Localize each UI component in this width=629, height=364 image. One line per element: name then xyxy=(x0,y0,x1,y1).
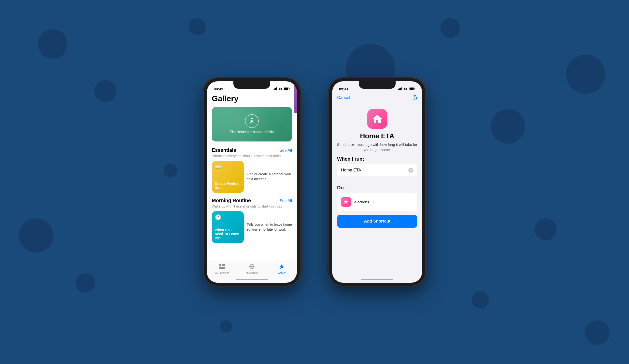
svg-rect-19 xyxy=(415,88,415,89)
svg-rect-10 xyxy=(219,267,222,269)
signal-icon-2 xyxy=(398,87,402,90)
svg-rect-5 xyxy=(289,88,290,89)
clear-button[interactable]: ✕ xyxy=(408,168,413,173)
svg-rect-11 xyxy=(222,267,225,269)
create-meeting-note-card[interactable]: ⌨️ Create Meeting Note xyxy=(212,161,244,193)
actions-card[interactable]: 4 actions › xyxy=(337,193,417,211)
shortcut-hero: Home ETA Send a text message with how lo… xyxy=(332,104,422,156)
actions-icon xyxy=(341,197,351,207)
card-desc-leave: Tells you when to leave home so you're n… xyxy=(247,222,292,232)
phone-detail: 09:41 xyxy=(329,78,425,286)
automation-icon xyxy=(249,264,255,271)
notch-2 xyxy=(359,81,396,89)
tab-automation[interactable]: Automation xyxy=(237,264,267,274)
wifi-icon xyxy=(278,87,282,90)
tab-gallery[interactable]: Gallery xyxy=(267,264,297,274)
svg-rect-6 xyxy=(284,88,289,90)
leave-by-card[interactable]: 🕐 When Do I Need To Leave By? xyxy=(212,211,244,243)
phones-container: 09:41 xyxy=(0,0,629,364)
svg-rect-3 xyxy=(276,87,277,90)
shortcut-description: Send a text message with how long it wil… xyxy=(332,142,422,152)
svg-rect-1 xyxy=(274,88,275,90)
status-time-1: 09:41 xyxy=(214,87,223,91)
detail-nav: Cancel xyxy=(332,93,422,104)
status-icons-1 xyxy=(273,87,290,90)
gallery-icon xyxy=(279,264,285,271)
tab-label-gallery: Gallery xyxy=(278,272,286,274)
shortcut-name: Home ETA xyxy=(360,132,394,140)
svg-point-7 xyxy=(251,118,253,119)
svg-rect-16 xyxy=(400,88,401,90)
tab-my-shortcuts[interactable]: My Shortcuts xyxy=(207,264,237,274)
do-section: Do: 4 actions › xyxy=(337,185,417,215)
when-i-run-title: When I run: xyxy=(337,156,417,162)
hero-text: Shortcuts for Accessibility xyxy=(229,130,274,134)
svg-point-13 xyxy=(251,266,253,267)
battery-icon-2 xyxy=(409,87,415,90)
phone-gallery: 09:41 xyxy=(204,78,300,286)
essentials-header: Essentials See All xyxy=(212,147,292,153)
svg-rect-15 xyxy=(399,88,400,90)
wifi-icon-2 xyxy=(404,87,408,90)
tab-label-my-shortcuts: My Shortcuts xyxy=(215,272,229,274)
svg-rect-8 xyxy=(219,264,221,266)
home-indicator-1 xyxy=(236,279,268,280)
home-eta-icon xyxy=(367,109,387,129)
phone1-content: Gallery Shortcuts for Accessibility Esse… xyxy=(207,93,297,248)
detail-content: When I run: Home ETA ✕ Do: xyxy=(332,156,422,228)
accessibility-icon xyxy=(245,114,259,128)
notch xyxy=(233,81,270,89)
chevron-right-icon: › xyxy=(372,199,374,205)
svg-rect-0 xyxy=(273,89,274,90)
svg-rect-20 xyxy=(410,88,414,90)
card-title-meeting: Create Meeting Note xyxy=(215,182,241,190)
status-icons-2 xyxy=(398,87,415,90)
input-value: Home ETA xyxy=(341,168,361,173)
signal-icon xyxy=(273,87,277,90)
status-time-2: 09:41 xyxy=(339,87,348,91)
svg-rect-9 xyxy=(222,264,225,266)
essentials-see-all[interactable]: See All xyxy=(280,148,292,153)
my-shortcuts-icon xyxy=(219,264,225,271)
morning-routine-header: Morning Routine See All xyxy=(212,198,292,203)
do-title: Do: xyxy=(337,185,417,191)
cancel-button[interactable]: Cancel xyxy=(337,95,350,100)
morning-routine-title: Morning Routine xyxy=(212,198,251,203)
morning-subtitle: Wake up with these shortcuts to start yo… xyxy=(212,204,292,208)
morning-see-all[interactable]: See All xyxy=(280,199,292,203)
phone1-screen: 09:41 xyxy=(207,81,297,283)
purple-card-peek xyxy=(294,93,297,113)
card-title-leave: When Do I Need To Leave By? xyxy=(215,228,241,240)
essentials-subtitle: Shortcuts everyone should have in their … xyxy=(212,154,292,158)
card-icon-meeting: ⌨️ xyxy=(215,164,241,170)
tab-label-automation: Automation xyxy=(246,272,258,274)
hero-banner[interactable]: Shortcuts for Accessibility xyxy=(212,107,292,141)
add-shortcut-button[interactable]: Add Shortcut xyxy=(337,215,417,228)
essentials-title: Essentials xyxy=(212,147,236,153)
phone2-screen: 09:41 xyxy=(332,81,422,283)
when-i-run-section: When I run: Home ETA ✕ xyxy=(337,156,417,185)
svg-rect-2 xyxy=(275,88,276,90)
svg-rect-14 xyxy=(398,89,399,90)
actions-count: 4 actions xyxy=(354,200,369,204)
essentials-card-row: ⌨️ Create Meeting Note Find or create a … xyxy=(212,161,292,193)
gallery-title: Gallery xyxy=(212,94,292,103)
battery-icon xyxy=(284,87,290,90)
share-button[interactable] xyxy=(412,94,417,101)
morning-card-row: 🕐 When Do I Need To Leave By? Tells you … xyxy=(212,211,292,243)
shortcut-name-input[interactable]: Home ETA ✕ xyxy=(337,164,417,176)
card-icon-leave: 🕐 xyxy=(215,214,241,221)
home-indicator-2 xyxy=(361,279,393,280)
card-desc-meeting: Find or create a note for your next meet… xyxy=(247,172,292,182)
svg-rect-17 xyxy=(401,87,402,90)
